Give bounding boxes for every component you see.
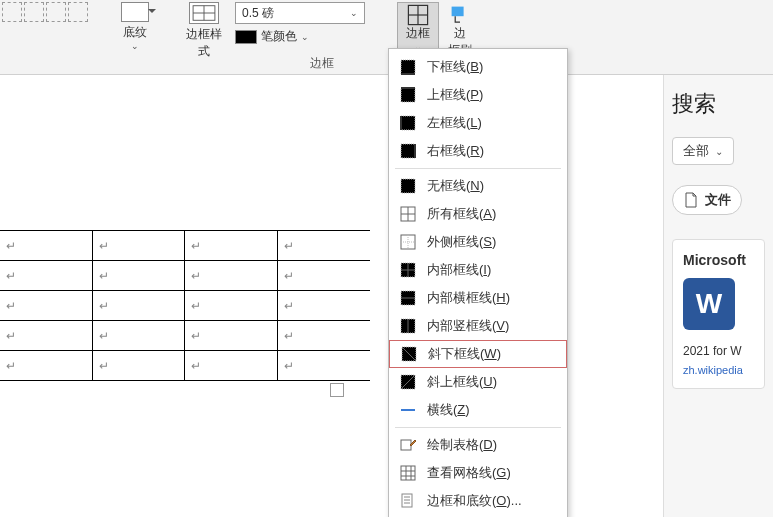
pattern-cell[interactable]	[68, 2, 88, 22]
ribbon: 底纹 ⌄ 边框样 式 0.5 磅 ⌄ 笔颜色 ⌄ 边	[0, 0, 773, 75]
table-cell[interactable]: ↵	[0, 231, 92, 261]
svg-rect-9	[401, 88, 415, 102]
view-gridlines-icon	[399, 464, 417, 482]
menu-item-border-inside-h[interactable]: 内部横框线(H)	[389, 284, 567, 312]
word-logo-icon: W	[683, 278, 735, 330]
menu-item-border-right[interactable]: 右框线(R)	[389, 137, 567, 165]
chevron-down-icon: ⌄	[131, 41, 139, 51]
ribbon-group-label: 边框	[310, 55, 334, 72]
border-weight-select[interactable]: 0.5 磅 ⌄	[235, 2, 365, 24]
borders-label: 边框	[406, 25, 430, 42]
borders-dropdown-menu: 下框线(B)上框线(P)左框线(L)右框线(R)无框线(N)所有框线(A)外侧框…	[388, 48, 568, 517]
menu-item-border-bottom[interactable]: 下框线(B)	[389, 53, 567, 81]
pattern-cell[interactable]	[2, 2, 22, 22]
menu-item-label: 查看网格线(G)	[427, 464, 511, 482]
pattern-cell[interactable]	[24, 2, 44, 22]
table-cell[interactable]: ↵	[185, 231, 278, 261]
chevron-down-icon: ⌄	[715, 146, 723, 157]
border-diag-down-icon	[400, 345, 418, 363]
table-cell[interactable]: ↵	[0, 291, 92, 321]
table-cell[interactable]: ↵	[185, 291, 278, 321]
menu-item-borders-shading[interactable]: 边框和底纹(O)...	[389, 487, 567, 515]
border-none-icon	[399, 177, 417, 195]
table-cell[interactable]: ↵	[0, 351, 92, 381]
table-cell[interactable]: ↵	[92, 231, 185, 261]
svg-rect-7	[401, 60, 415, 74]
border-pattern-gallery[interactable]	[0, 0, 100, 26]
table-cell[interactable]: ↵	[185, 261, 278, 291]
menu-item-label: 外侧框线(S)	[427, 233, 496, 251]
table-cell[interactable]: ↵	[0, 321, 92, 351]
border-right-icon	[399, 142, 417, 160]
border-diag-up-icon	[399, 373, 417, 391]
svg-rect-13	[401, 144, 415, 158]
menu-separator	[395, 168, 561, 169]
menu-item-border-diag-down[interactable]: 斜下框线(W)	[389, 340, 567, 368]
menu-item-border-all[interactable]: 所有框线(A)	[389, 200, 567, 228]
table-cell[interactable]: ↵	[277, 291, 370, 321]
search-scope-label: 全部	[683, 142, 709, 160]
search-filter-file-chip[interactable]: 文件	[672, 185, 742, 215]
file-icon	[683, 192, 699, 208]
table-cell[interactable]: ↵	[185, 321, 278, 351]
table-cell[interactable]: ↵	[277, 231, 370, 261]
table-row: ↵↵↵↵	[0, 291, 370, 321]
table-cell[interactable]: ↵	[92, 261, 185, 291]
shading-button[interactable]: 底纹 ⌄	[115, 2, 155, 51]
table-cell[interactable]: ↵	[92, 321, 185, 351]
menu-item-label: 内部框线(I)	[427, 261, 491, 279]
search-scope-button[interactable]: 全部 ⌄	[672, 137, 734, 165]
menu-item-border-none[interactable]: 无框线(N)	[389, 172, 567, 200]
menu-item-label: 上框线(P)	[427, 86, 483, 104]
pen-color-label: 笔颜色	[261, 28, 297, 45]
table-row: ↵↵↵↵	[0, 321, 370, 351]
menu-item-horizontal-line[interactable]: 横线(Z)	[389, 396, 567, 424]
menu-item-draw-table[interactable]: 绘制表格(D)	[389, 431, 567, 459]
file-chip-label: 文件	[705, 191, 731, 209]
pen-color-swatch	[235, 30, 257, 44]
menu-item-label: 斜上框线(U)	[427, 373, 497, 391]
table-cell[interactable]: ↵	[92, 291, 185, 321]
svg-rect-11	[401, 116, 415, 130]
table-cell[interactable]: ↵	[0, 261, 92, 291]
border-inside-icon	[399, 261, 417, 279]
pen-color-button[interactable]: 笔颜色 ⌄	[235, 28, 365, 45]
menu-item-border-diag-up[interactable]: 斜上框线(U)	[389, 368, 567, 396]
border-style-button[interactable]: 边框样 式	[180, 2, 228, 60]
menu-item-label: 内部竖框线(V)	[427, 317, 509, 335]
table-cell[interactable]: ↵	[185, 351, 278, 381]
border-top-icon	[399, 86, 417, 104]
pattern-cell[interactable]	[46, 2, 66, 22]
table-cell[interactable]: ↵	[92, 351, 185, 381]
draw-table-icon	[399, 436, 417, 454]
menu-item-border-inside[interactable]: 内部框线(I)	[389, 256, 567, 284]
search-pane: 搜索 全部 ⌄ 文件 Microsoft W 2021 for W zh.wik…	[663, 75, 773, 517]
shading-icon	[121, 2, 149, 22]
menu-item-view-gridlines[interactable]: 查看网格线(G)	[389, 459, 567, 487]
editable-table[interactable]: ↵↵↵↵↵↵↵↵↵↵↵↵↵↵↵↵↵↵↵↵	[0, 230, 370, 381]
section-end-mark	[330, 383, 344, 397]
menu-item-border-left[interactable]: 左框线(L)	[389, 109, 567, 137]
border-all-icon	[399, 205, 417, 223]
border-bottom-icon	[399, 58, 417, 76]
search-pane-title: 搜索	[672, 89, 765, 119]
menu-item-border-top[interactable]: 上框线(P)	[389, 81, 567, 109]
chevron-down-icon: ⌄	[301, 32, 309, 42]
menu-item-label: 边框和底纹(O)...	[427, 492, 522, 510]
table-row: ↵↵↵↵	[0, 261, 370, 291]
result-source-link: zh.wikipedia	[683, 364, 754, 376]
svg-rect-6	[452, 7, 464, 17]
menu-item-border-inside-v[interactable]: 内部竖框线(V)	[389, 312, 567, 340]
menu-item-label: 内部横框线(H)	[427, 289, 510, 307]
menu-item-border-outside[interactable]: 外侧框线(S)	[389, 228, 567, 256]
borders-shading-icon	[399, 492, 417, 510]
menu-separator	[395, 427, 561, 428]
table-cell[interactable]: ↵	[277, 321, 370, 351]
horizontal-line-icon	[399, 401, 417, 419]
result-subtitle: 2021 for W	[683, 344, 754, 358]
menu-item-label: 无框线(N)	[427, 177, 484, 195]
search-result-card[interactable]: Microsoft W 2021 for W zh.wikipedia	[672, 239, 765, 389]
border-style-icon	[189, 2, 219, 24]
table-cell[interactable]: ↵	[277, 351, 370, 381]
table-cell[interactable]: ↵	[277, 261, 370, 291]
